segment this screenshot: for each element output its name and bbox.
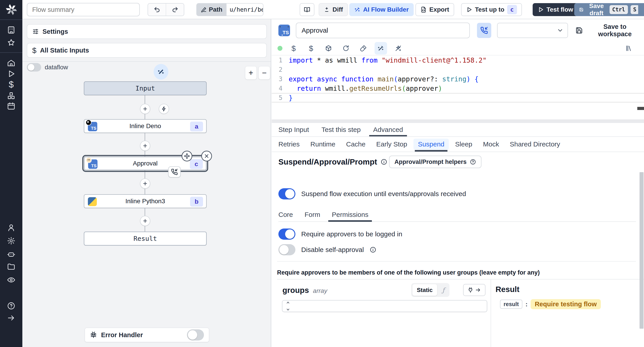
folders-icon[interactable]	[0, 261, 22, 272]
resource-picker-button[interactable]: $	[305, 42, 317, 54]
groups-array-input[interactable]	[282, 300, 487, 312]
result-value[interactable]: Require testing flow	[531, 299, 600, 309]
flow-summary-input[interactable]	[27, 3, 140, 16]
delete-step-button[interactable]	[201, 151, 212, 162]
flow-settings-button[interactable]: Settings	[27, 24, 267, 39]
script-version-select[interactable]	[497, 23, 568, 38]
all-static-inputs-button[interactable]: $ All Static Inputs	[27, 43, 267, 58]
flow-node-input-label: Input	[136, 84, 155, 92]
collapse-sidebar-icon[interactable]	[0, 312, 22, 323]
tab-runtime[interactable]: Runtime	[310, 137, 336, 152]
insert-step-button[interactable]	[140, 216, 150, 226]
require-login-toggle[interactable]	[278, 228, 296, 240]
suspend-flow-toggle[interactable]	[278, 188, 296, 200]
result-key-chip[interactable]: result	[500, 300, 522, 309]
flow-node-result[interactable]: Result	[84, 232, 206, 246]
docs-button[interactable]	[300, 3, 314, 16]
info-icon[interactable]	[380, 158, 387, 165]
format-button[interactable]	[357, 42, 370, 54]
help-icon[interactable]	[0, 300, 22, 311]
ai-builder-fab[interactable]	[154, 64, 168, 80]
flow-node-deno[interactable]: TS Inline Deno a	[84, 119, 206, 133]
approval-step-indicator[interactable]	[168, 166, 181, 178]
tab-core[interactable]: Core	[278, 208, 293, 221]
disable-self-approval-toggle[interactable]	[278, 244, 296, 255]
tab-early-stop[interactable]: Early Stop	[376, 137, 407, 152]
tab-permissions[interactable]: Permissions	[332, 208, 368, 221]
save-draft-button[interactable]: Save draft Ctrl S	[574, 3, 644, 16]
tab-cache[interactable]: Cache	[346, 137, 366, 152]
tab-sleep[interactable]: Sleep	[455, 137, 472, 152]
error-handler-row[interactable]: Error Handler	[84, 328, 209, 342]
insert-step-button[interactable]	[140, 104, 150, 114]
tab-shared-directory[interactable]: Shared Directory	[510, 137, 560, 152]
path-edit-button[interactable]: Path	[197, 4, 226, 16]
collapse-expand-icon[interactable]	[286, 301, 290, 311]
help-circle-icon	[470, 159, 476, 165]
test-flow-button[interactable]: Test flow	[533, 3, 578, 16]
approval-prompt-helpers-button[interactable]: Approval/Prompt helpers	[389, 156, 482, 168]
code-line-3[interactable]: 3export async function main(approver?: s…	[272, 74, 644, 84]
ai-disable-button[interactable]	[392, 42, 404, 54]
result-colon: :	[526, 301, 528, 308]
zoom-in-button[interactable]: +	[245, 66, 257, 80]
move-step-button[interactable]	[182, 151, 192, 162]
audit-logs-icon[interactable]	[0, 274, 22, 285]
path-control[interactable]: Path u/henri/bes	[196, 3, 264, 16]
tab-advanced[interactable]: Advanced	[373, 123, 403, 136]
home-icon[interactable]	[0, 58, 22, 68]
step-name-input[interactable]	[296, 22, 470, 38]
static-mode-button[interactable]: Static	[412, 284, 437, 296]
favorites-icon[interactable]	[0, 37, 22, 48]
tab-retries[interactable]: Retries	[278, 137, 300, 152]
save-icon	[576, 27, 583, 34]
tab-form[interactable]: Form	[304, 208, 320, 221]
code-line-4[interactable]: 4 return wmill.getResumeUrls(approver)	[272, 84, 644, 93]
add-trigger-button[interactable]	[159, 104, 169, 114]
insert-step-button[interactable]	[140, 178, 150, 189]
save-to-workspace-button[interactable]: Save to workspace	[576, 23, 644, 38]
package-button[interactable]	[322, 42, 335, 54]
javascript-mode-button[interactable]: ƒ	[438, 284, 448, 296]
export-button[interactable]: Export	[416, 3, 454, 16]
error-handler-toggle[interactable]	[187, 329, 204, 340]
settings-gear-icon[interactable]	[0, 236, 22, 246]
workspace-icon[interactable]	[0, 24, 22, 35]
users-icon[interactable]	[0, 222, 22, 233]
flow-node-input[interactable]: Input	[84, 82, 206, 95]
workers-icon[interactable]	[0, 249, 22, 260]
variable-picker-button[interactable]: $	[287, 42, 300, 54]
insert-step-button[interactable]	[140, 141, 150, 151]
reload-button[interactable]	[340, 42, 352, 54]
undo-button[interactable]	[148, 4, 166, 16]
redo-button[interactable]	[166, 4, 184, 16]
tab-test-this-step[interactable]: Test this step	[322, 123, 361, 136]
dataflow-toggle[interactable]	[27, 63, 41, 72]
approval-mode-button[interactable]	[477, 23, 491, 38]
test-flow-label: Test flow	[546, 6, 573, 13]
code-line-2[interactable]: 2	[272, 65, 644, 74]
zoom-out-button[interactable]: −	[258, 66, 270, 80]
code-line-1[interactable]: 1import * as wmill from "windmill-client…	[272, 56, 644, 65]
resources-icon[interactable]	[0, 90, 22, 101]
info-icon[interactable]	[370, 246, 376, 253]
connect-input-button[interactable]	[463, 284, 486, 296]
flow-node-python[interactable]: Inline Python3 b	[84, 194, 206, 208]
test-up-to-button[interactable]: Test up to c	[461, 3, 522, 16]
diff-button[interactable]: Diff	[319, 3, 348, 16]
code-line-5[interactable]: 5}	[272, 93, 644, 102]
save-draft-label: Save draft	[586, 2, 607, 17]
deploy-button-partial[interactable]	[638, 3, 644, 16]
editor-scrollbar-thumb[interactable]	[637, 107, 644, 110]
code-editor[interactable]: 1import * as wmill from "windmill-client…	[272, 55, 644, 120]
panel-scrollbar-thumb[interactable]	[640, 172, 644, 329]
runs-icon[interactable]	[0, 68, 22, 79]
ai-generate-button[interactable]	[374, 42, 387, 54]
ai-flow-builder-button[interactable]: AI Flow Builder	[349, 3, 414, 16]
tab-step-input[interactable]: Step Input	[278, 123, 309, 136]
tab-suspend[interactable]: Suspend	[418, 137, 444, 152]
library-button[interactable]	[622, 42, 635, 54]
schedules-icon[interactable]	[0, 100, 22, 111]
tab-mock[interactable]: Mock	[483, 137, 499, 152]
variables-icon[interactable]: $	[0, 79, 22, 90]
